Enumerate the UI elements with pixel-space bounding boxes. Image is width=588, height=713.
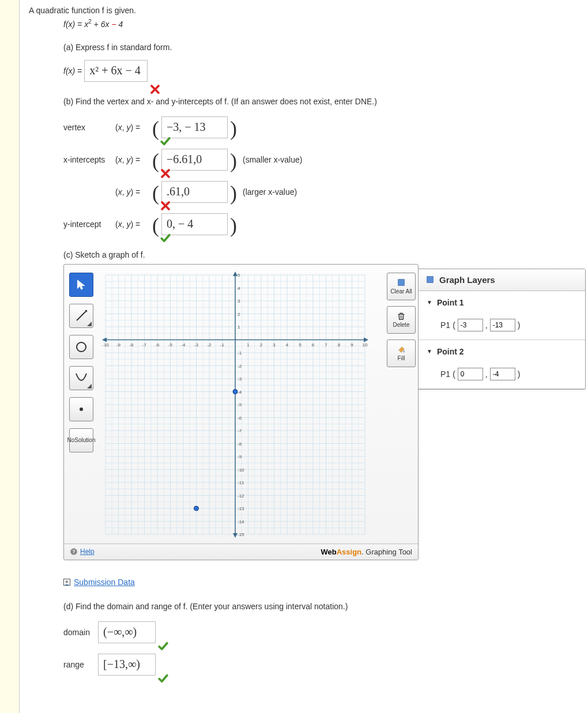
svg-text:1: 1: [238, 325, 240, 330]
tool-parabola[interactable]: [69, 366, 93, 390]
svg-text:-8: -8: [129, 342, 134, 347]
svg-text:-8: -8: [238, 441, 242, 446]
svg-rect-136: [398, 280, 405, 286]
answer-box-vertex[interactable]: −3, − 13: [161, 116, 228, 138]
xy-label: (x, y) =: [115, 187, 150, 197]
svg-marker-91: [233, 271, 238, 276]
answer-box-range[interactable]: [−13,∞): [98, 654, 156, 676]
svg-text:-3: -3: [194, 342, 199, 347]
help-link[interactable]: ? Help: [70, 548, 95, 556]
svg-text:3: 3: [273, 342, 276, 347]
incorrect-icon: [160, 201, 171, 211]
svg-text:5: 5: [299, 342, 301, 347]
point1-y-input[interactable]: [490, 319, 515, 331]
tool-circle[interactable]: [69, 335, 93, 359]
correct-icon: [158, 641, 168, 651]
p2-label: P1: [440, 369, 450, 379]
svg-text:-13: -13: [238, 506, 244, 511]
p1-label: P1: [440, 320, 450, 330]
delete-button[interactable]: Delete: [387, 306, 416, 334]
svg-text:10: 10: [363, 342, 368, 347]
answer-box-yint[interactable]: 0, − 4: [161, 213, 228, 235]
svg-marker-90: [364, 337, 368, 342]
fx-label-a: f(x) =: [63, 66, 82, 76]
svg-text:?: ?: [73, 549, 76, 554]
svg-text:-7: -7: [238, 428, 242, 433]
svg-text:-1: -1: [220, 342, 225, 347]
help-icon: ?: [70, 548, 78, 556]
svg-text:-6: -6: [155, 342, 160, 347]
part-a-prompt: (a) Express f in standard form.: [63, 43, 588, 52]
graphing-tool: NoSolution -10-9-8-7-6-5-4-3-2-112345678…: [63, 264, 419, 560]
note-larger-x: (larger x-value): [243, 187, 297, 197]
svg-text:-3: -3: [238, 376, 242, 382]
point2-x-input[interactable]: [458, 368, 483, 380]
svg-text:2: 2: [260, 342, 263, 347]
part-b-prompt: (b) Find the vertex and x- and y-interce…: [63, 97, 588, 106]
chevron-down-icon: ▼: [427, 299, 432, 305]
correct-icon: [160, 233, 171, 243]
svg-text:-5: -5: [168, 342, 173, 347]
chevron-down-icon: ▼: [427, 348, 432, 354]
tool-pointer[interactable]: [69, 273, 93, 297]
xy-label: (x, y) =: [115, 123, 150, 132]
svg-text:4: 4: [238, 285, 240, 291]
svg-rect-142: [427, 277, 434, 283]
label-vertex: vertex: [63, 123, 115, 132]
part-d-prompt: (d) Find the domain and range of f. (Ent…: [63, 602, 588, 611]
svg-marker-2: [87, 322, 92, 326]
note-smaller-x: (smaller x-value): [243, 155, 302, 164]
xy-label: (x, y) =: [115, 220, 150, 229]
fill-button[interactable]: Fill: [387, 339, 416, 367]
brand-label: WebAssign. Graphing Tool: [321, 548, 413, 556]
svg-text:3: 3: [238, 299, 240, 304]
domain-label: domain: [63, 628, 98, 637]
answer-box-xint-small[interactable]: −6.61,0: [161, 149, 228, 171]
answer-box-xint-large[interactable]: .61,0: [161, 181, 228, 203]
svg-text:-4: -4: [181, 342, 186, 347]
svg-text:-2: -2: [207, 342, 212, 347]
submission-data-link[interactable]: + Submission Data: [63, 578, 588, 587]
svg-text:-10: -10: [102, 342, 109, 347]
svg-point-5: [80, 408, 83, 411]
svg-text:-9: -9: [116, 342, 121, 347]
layers-title: Graph Layers: [439, 275, 495, 285]
svg-text:-4: -4: [238, 389, 242, 394]
correct-icon: [158, 673, 168, 684]
tool-no-solution[interactable]: NoSolution: [69, 428, 93, 452]
svg-text:-12: -12: [238, 493, 244, 498]
svg-text:9: 9: [350, 342, 353, 347]
svg-marker-4: [87, 384, 92, 388]
part-c-prompt: (c) Sketch a graph of f.: [63, 250, 588, 259]
graph-layers-panel: Graph Layers ▼ Point 1 P1 ( , ) ▼: [419, 269, 586, 390]
svg-point-3: [77, 342, 86, 352]
svg-text:-2: -2: [238, 363, 242, 368]
graph-grid[interactable]: -10-9-8-7-6-5-4-3-2-11234567891054321-1-…: [100, 269, 371, 540]
svg-text:7: 7: [325, 342, 327, 347]
tool-point[interactable]: [69, 397, 93, 421]
label-xint: x-intercepts: [63, 155, 115, 164]
svg-marker-92: [102, 337, 107, 342]
answer-box-part-a[interactable]: x² + 6x − 4: [84, 60, 148, 82]
svg-text:5: 5: [238, 273, 240, 278]
incorrect-icon: [150, 84, 160, 95]
svg-text:-1: -1: [238, 350, 242, 356]
clear-all-button[interactable]: Clear All: [387, 273, 416, 300]
svg-text:-5: -5: [238, 402, 242, 408]
layer-toggle-point-1[interactable]: ▼ Point 1: [419, 291, 585, 314]
correct-icon: [160, 136, 171, 146]
svg-text:6: 6: [312, 342, 315, 347]
answer-box-domain[interactable]: (−∞,∞): [98, 621, 156, 643]
svg-text:-7: -7: [142, 342, 147, 347]
point2-y-input[interactable]: [490, 368, 515, 380]
tool-line[interactable]: [69, 304, 93, 328]
svg-text:-10: -10: [238, 467, 244, 472]
layers-icon: [425, 275, 435, 284]
svg-text:4: 4: [286, 342, 289, 347]
label-yint: y-intercept: [63, 220, 115, 229]
svg-line-0: [77, 311, 86, 320]
svg-text:-9: -9: [238, 454, 242, 459]
layer-toggle-point-2[interactable]: ▼ Point 2: [419, 340, 585, 363]
intro-text: A quadratic function f is given.: [29, 6, 588, 15]
point1-x-input[interactable]: [458, 319, 483, 331]
